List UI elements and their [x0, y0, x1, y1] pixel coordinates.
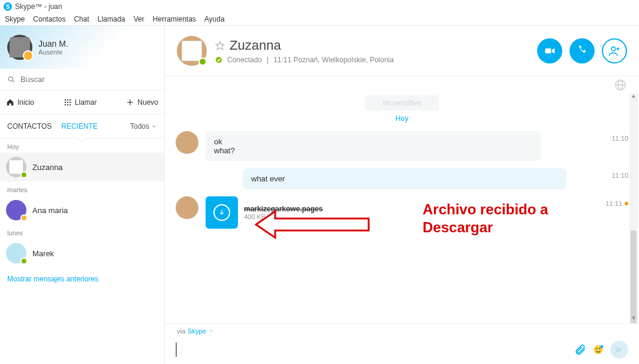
svg-marker-16 [552, 48, 554, 53]
menu-contactos[interactable]: Contactos [33, 15, 65, 23]
faded-message: Im sensitive [365, 95, 439, 111]
chat-panel: Zuzanna Conectado | 11:11 Poznań, Wielko… [165, 26, 639, 364]
contact-name: Ana maria [32, 206, 68, 215]
scroll-down-icon[interactable]: ▼ [629, 315, 638, 323]
dialpad-icon [64, 98, 72, 107]
menu-herramientas[interactable]: Herramientas [153, 15, 196, 23]
via-label: via [177, 327, 185, 335]
svg-marker-13 [216, 41, 224, 49]
app-body: Juan M. Ausente Buscar Inicio Llamar Nue… [0, 25, 639, 364]
message-input[interactable] [176, 342, 568, 357]
message-bubble[interactable]: what ever [243, 168, 566, 189]
via-app: Skype [188, 327, 206, 335]
scrollbar[interactable]: ▲ ▼ [629, 93, 638, 323]
file-size: 400 KB [244, 213, 322, 220]
svg-point-9 [67, 104, 68, 105]
unread-dot-icon [625, 202, 628, 205]
group-tuesday: martes [0, 181, 164, 196]
contact-name: Zuzanna [32, 163, 63, 172]
avatar [176, 131, 198, 154]
chevron-down-icon [209, 328, 214, 333]
svg-point-14 [216, 57, 222, 63]
svg-rect-15 [545, 48, 551, 53]
send-button[interactable] [610, 341, 628, 359]
menu-bar: Skype Contactos Chat Llamada Ver Herrami… [0, 13, 639, 25]
nav-new[interactable]: Nuevo [126, 98, 158, 107]
separator: | [267, 56, 269, 64]
chat-location: 11:11 Poznań, Wielkopolskie, Polonia [273, 56, 394, 64]
self-profile[interactable]: Juan M. Ausente [0, 26, 164, 69]
phone-icon [576, 45, 588, 57]
self-avatar [7, 35, 32, 60]
video-call-button[interactable] [537, 38, 562, 63]
menu-ver[interactable]: Ver [134, 15, 144, 23]
status-dot-icon [215, 56, 222, 63]
svg-point-8 [65, 104, 66, 105]
contact-zuzanna[interactable]: Zuzanna [0, 153, 164, 181]
add-participant-button[interactable] [602, 38, 627, 63]
window-titlebar: S Skype™ - juan [0, 0, 639, 13]
attachment-icon[interactable] [574, 344, 586, 356]
message-text: what? [214, 146, 533, 155]
filter-dropdown[interactable]: Todos [130, 122, 157, 131]
chat-avatar[interactable] [177, 36, 207, 66]
nav-call-label: Llamar [75, 98, 97, 107]
nav-call[interactable]: Llamar [64, 98, 97, 107]
download-file-button[interactable] [206, 196, 238, 229]
chat-body: Im sensitive Hoy ok what? 11:10 what eve… [165, 93, 639, 323]
voice-call-button[interactable] [569, 38, 595, 63]
svg-point-7 [70, 101, 71, 102]
chat-title: Zuzanna [230, 38, 281, 53]
nav-home[interactable]: Inicio [6, 98, 34, 107]
svg-line-1 [13, 80, 14, 82]
menu-chat[interactable]: Chat [74, 15, 89, 23]
avatar [176, 196, 198, 219]
nav-new-label: Nuevo [137, 98, 158, 107]
group-monday: lunes [0, 225, 164, 239]
via-row[interactable]: via Skype [165, 323, 639, 338]
chat-actions [537, 38, 627, 63]
self-name: Juan M. [38, 39, 68, 48]
add-user-icon [608, 45, 620, 57]
search-icon [7, 75, 16, 84]
star-outline-icon[interactable] [215, 41, 225, 50]
svg-point-27 [599, 348, 600, 349]
contact-name: Marek [32, 249, 54, 258]
self-status: Ausente [38, 48, 68, 56]
menu-ayuda[interactable]: Ayuda [204, 15, 225, 23]
search-field[interactable]: Buscar [0, 69, 164, 90]
sidebar: Juan M. Ausente Buscar Inicio Llamar Nue… [0, 26, 165, 364]
message-time: 11:11 [605, 200, 628, 207]
search-placeholder: Buscar [20, 75, 44, 84]
compose-row [165, 338, 639, 364]
tab-recent[interactable]: RECIENTE [61, 122, 98, 131]
message-time: 11:10 [611, 172, 628, 179]
message-file: markizegarkowe.pages 400 KB 11:11 [176, 196, 628, 229]
sidebar-tabs: CONTACTOS RECIENTE Todos [0, 114, 164, 138]
svg-point-28 [600, 345, 603, 348]
download-icon [218, 208, 226, 217]
message-outgoing: what ever 11:10 [176, 168, 628, 189]
filter-label: Todos [130, 122, 149, 131]
contact-marek[interactable]: Marek [0, 239, 164, 268]
scroll-up-icon[interactable]: ▲ [629, 93, 638, 101]
message-bubble[interactable]: ok what? [206, 131, 541, 161]
svg-point-3 [67, 99, 68, 100]
nav-home-label: Inicio [17, 98, 34, 107]
menu-skype[interactable]: Skype [5, 15, 25, 23]
globe-icon[interactable] [614, 78, 627, 92]
avatar [6, 200, 26, 220]
window-title: Skype™ - juan [15, 2, 62, 11]
contact-anamaria[interactable]: Ana maria [0, 196, 164, 225]
svg-point-2 [65, 99, 66, 100]
emoji-icon[interactable] [592, 344, 604, 356]
send-icon [614, 345, 624, 354]
chat-header: Zuzanna Conectado | 11:11 Poznań, Wielko… [165, 26, 639, 76]
svg-point-10 [70, 104, 71, 105]
menu-llamada[interactable]: Llamada [98, 15, 125, 23]
tab-contacts[interactable]: CONTACTOS [7, 122, 52, 131]
svg-point-17 [611, 47, 616, 51]
scroll-thumb[interactable] [631, 230, 637, 323]
chevron-down-icon [151, 123, 157, 129]
show-older-link[interactable]: Mostrar mensajes anteriores [0, 268, 164, 290]
